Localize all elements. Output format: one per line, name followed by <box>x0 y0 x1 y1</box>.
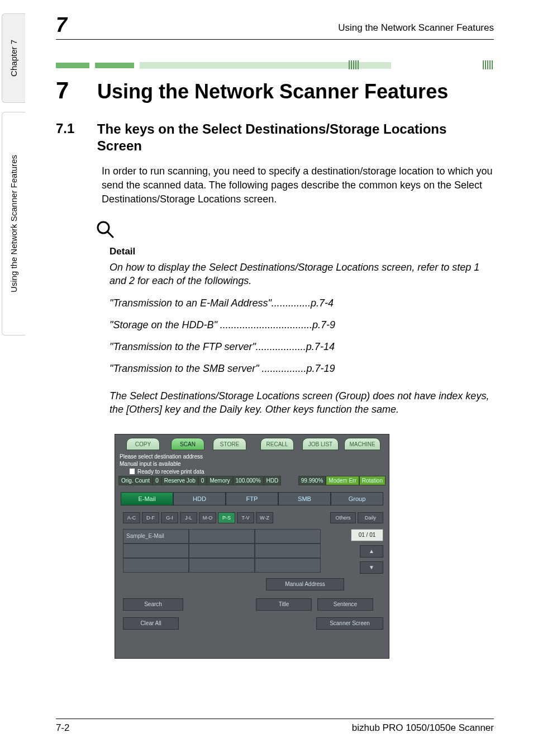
dest-empty-1b[interactable] <box>123 558 189 573</box>
orig-count-value: 0 <box>153 476 161 485</box>
idx-wz[interactable]: W-Z <box>256 512 273 523</box>
rotation: Rotation <box>359 476 386 485</box>
btn-others[interactable]: Others <box>330 512 356 523</box>
memory-value: 100.000% <box>233 476 264 485</box>
panel-ready-text: Ready to receive print data <box>137 469 204 475</box>
dest-empty-2a[interactable] <box>189 529 255 544</box>
title-button[interactable]: Title <box>256 598 312 611</box>
dest-empty-2c[interactable] <box>189 558 255 573</box>
memory-label: Memory <box>207 476 232 485</box>
dest-1[interactable]: Sample_E-Mail <box>123 529 189 544</box>
clear-all-button[interactable]: Clear All <box>123 617 179 630</box>
category-row: E-Mail HDD FTP SMB Group <box>121 492 383 505</box>
detail-lead: On how to display the Select Destination… <box>110 261 494 288</box>
running-head-title: Using the Network Scanner Features <box>338 22 494 34</box>
page-footer: 7-2 bizhub PRO 1050/1050e Scanner <box>56 719 494 734</box>
search-button[interactable]: Search <box>123 598 183 611</box>
h2-title: The keys on the Select Destinations/Stor… <box>97 121 494 154</box>
side-tab-section: Using the Network Scanner Features <box>2 112 25 336</box>
side-tab-section-label: Using the Network Scanner Features <box>9 155 18 292</box>
cat-smb[interactable]: SMB <box>278 492 331 505</box>
tab-joblist[interactable]: JOB LIST <box>302 438 339 450</box>
panel-top-tabbar: COPY SCAN STORE RECALL JOB LIST MACHINE <box>115 434 389 451</box>
idx-gi[interactable]: G-I <box>161 512 178 523</box>
modem-err: Modem Err <box>326 476 359 485</box>
decorative-ruler <box>56 60 494 70</box>
page-up-button[interactable]: ▲ <box>360 545 383 557</box>
tab-machine[interactable]: MACHINE <box>344 438 380 450</box>
hdd-value: 99.990% <box>298 476 326 485</box>
ref-3: "Transmission to the FTP server"........… <box>110 341 494 353</box>
cat-email[interactable]: E-Mail <box>121 492 173 505</box>
dest-empty-3b[interactable] <box>255 544 321 558</box>
orig-count-label: Orig. Count <box>118 476 153 485</box>
btn-daily[interactable]: Daily <box>358 512 383 523</box>
reserve-value: 0 <box>198 476 207 485</box>
h2-number: 7.1 <box>56 121 84 136</box>
idx-ac[interactable]: A-C <box>123 512 140 523</box>
panel-screenshot: COPY SCAN STORE RECALL JOB LIST MACHINE … <box>115 434 389 659</box>
tab-scan[interactable]: SCAN <box>171 438 204 450</box>
detail-note: The Select Destinations/Storage Location… <box>110 389 494 417</box>
idx-df[interactable]: D-F <box>142 512 159 523</box>
hdd-label: HDD <box>264 476 282 485</box>
h1-title: Using the Network Scanner Features <box>97 80 448 103</box>
panel-msg-1: Please select destination address <box>115 451 389 461</box>
detail-heading: Detail <box>110 246 494 257</box>
tab-copy[interactable]: COPY <box>126 438 160 450</box>
cat-ftp[interactable]: FTP <box>226 492 278 505</box>
idx-jl[interactable]: J-L <box>180 512 197 523</box>
dest-empty-3a[interactable] <box>255 529 321 544</box>
dest-grid: Sample_E-Mail 01 / 01 ▲ ▼ <box>123 529 383 574</box>
svg-line-1 <box>107 231 113 237</box>
page-indicator: 01 / 01 <box>351 529 383 541</box>
cat-hdd[interactable]: HDD <box>173 492 226 505</box>
running-chapter-number: 7 <box>56 13 67 37</box>
ref-2: "Storage on the HDD-B" .................… <box>110 319 494 331</box>
panel-ready-line: Ready to receive print data <box>115 469 389 476</box>
tab-recall[interactable]: RECALL <box>260 438 294 450</box>
ref-1: "Transmission to an E-Mail Address".....… <box>110 297 494 309</box>
idx-ps[interactable]: P-S <box>218 512 235 523</box>
side-tab-chapter-label: Chapter 7 <box>9 40 18 77</box>
page-down-button[interactable]: ▼ <box>360 561 383 574</box>
scanner-screen-button[interactable]: Scanner Screen <box>316 617 383 630</box>
dest-empty-2b[interactable] <box>189 544 255 558</box>
header-rule <box>56 39 494 40</box>
magnifier-icon <box>95 219 494 242</box>
idx-mo[interactable]: M-O <box>199 512 216 523</box>
ref-4: "Transmission to the SMB server" .......… <box>110 363 494 375</box>
sentence-button[interactable]: Sentence <box>317 598 373 611</box>
intro-paragraph: In order to run scanning, you need to sp… <box>102 164 494 207</box>
idx-tv[interactable]: T-V <box>237 512 254 523</box>
tab-store[interactable]: STORE <box>213 438 246 450</box>
dest-empty-3c[interactable] <box>255 558 321 573</box>
footer-model: bizhub PRO 1050/1050e Scanner <box>352 722 494 734</box>
cat-group[interactable]: Group <box>331 492 383 505</box>
footer-page: 7-2 <box>56 722 70 734</box>
side-tab-chapter: Chapter 7 <box>2 13 25 103</box>
reserve-label: Reserve Job <box>161 476 198 485</box>
lock-icon <box>130 469 135 474</box>
h1-number: 7 <box>56 77 84 104</box>
manual-address-button[interactable]: Manual Address <box>266 578 344 590</box>
dest-empty-1a[interactable] <box>123 544 189 558</box>
panel-msg-2: Manual input is available <box>115 461 389 469</box>
index-row: A-C D-F G-I J-L M-O P-S T-V W-Z Others D… <box>123 512 383 523</box>
panel-counter-bar: Orig. Count 0 Reserve Job 0 Memory 100.0… <box>115 476 389 485</box>
